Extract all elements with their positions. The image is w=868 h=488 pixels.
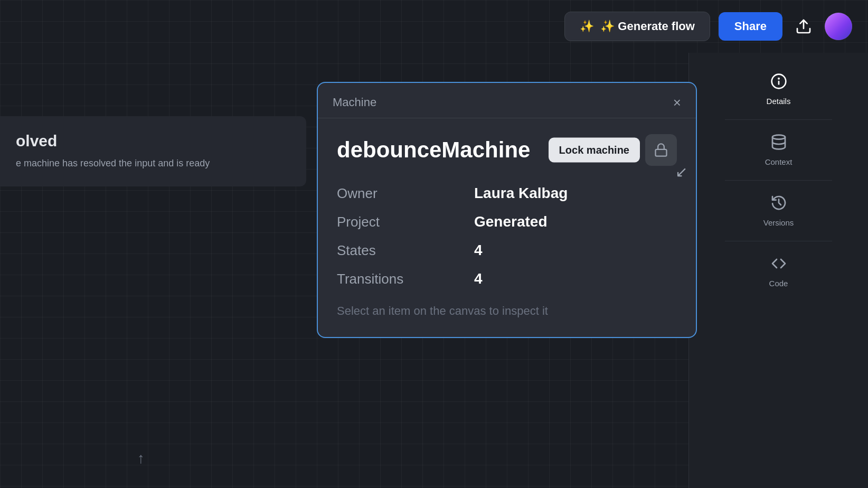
avatar-image — [825, 13, 852, 40]
lock-button[interactable] — [645, 134, 677, 166]
dialog-header: Machine × — [318, 83, 696, 118]
dialog-body: debounceMachine Lock machine ↙ Owner Lau… — [318, 118, 696, 337]
code-label: Code — [769, 279, 788, 288]
database-icon — [770, 134, 787, 153]
sparkle-icon: ✨ — [580, 20, 594, 33]
cursor-indicator: ↙ — [675, 163, 687, 181]
states-value: 4 — [474, 242, 483, 259]
info-row-states: States 4 — [337, 242, 677, 259]
info-rows: Owner Laura Kalbag Project Generated Sta… — [337, 185, 677, 287]
context-label: Context — [765, 157, 792, 166]
sidebar-divider-1 — [725, 119, 832, 120]
transitions-value: 4 — [474, 270, 483, 287]
sidebar-divider-2 — [725, 180, 832, 181]
avatar[interactable] — [825, 13, 852, 40]
machine-dialog: Machine × debounceMachine Lock machine ↙… — [317, 82, 697, 338]
owner-value: Laura Kalbag — [474, 185, 568, 202]
info-row-owner: Owner Laura Kalbag — [337, 185, 677, 202]
lock-tooltip: Lock machine — [549, 138, 640, 163]
owner-label: Owner — [337, 185, 453, 202]
machine-name-row: debounceMachine Lock machine ↙ — [337, 134, 677, 166]
right-sidebar: Details Context Versions — [688, 53, 868, 488]
generate-flow-label: ✨ Generate flow — [600, 20, 695, 33]
partial-state-description: e machine has resolved the input and is … — [16, 156, 290, 171]
dialog-title: Machine — [333, 96, 376, 109]
generate-flow-button[interactable]: ✨ ✨ Generate flow — [564, 12, 710, 41]
states-label: States — [337, 242, 453, 259]
lock-btn-container: Lock machine ↙ — [645, 134, 677, 166]
project-label: Project — [337, 214, 453, 230]
share-button[interactable]: Share — [719, 12, 782, 41]
export-button[interactable] — [791, 14, 816, 39]
sidebar-divider-3 — [725, 241, 832, 241]
code-icon — [770, 255, 787, 275]
dialog-close-button[interactable]: × — [673, 96, 681, 109]
sidebar-item-versions[interactable]: Versions — [689, 185, 868, 237]
project-value: Generated — [474, 213, 548, 230]
svg-point-4 — [772, 135, 785, 139]
details-label: Details — [767, 97, 791, 106]
export-icon — [795, 18, 812, 35]
lock-icon — [654, 143, 668, 157]
machine-name: debounceMachine — [337, 137, 530, 163]
info-row-project: Project Generated — [337, 213, 677, 230]
bottom-arrow: ↑ — [137, 450, 145, 467]
topbar: ✨ ✨ Generate flow Share — [0, 0, 868, 53]
partial-state-title: olved — [16, 132, 290, 150]
svg-rect-5 — [656, 149, 667, 156]
info-icon — [770, 73, 787, 92]
info-row-transitions: Transitions 4 — [337, 270, 677, 287]
versions-icon — [770, 194, 787, 214]
sidebar-item-context[interactable]: Context — [689, 124, 868, 176]
sidebar-item-code[interactable]: Code — [689, 246, 868, 297]
transitions-label: Transitions — [337, 271, 453, 287]
versions-label: Versions — [763, 218, 794, 227]
state-panel-partial: olved e machine has resolved the input a… — [0, 116, 306, 186]
inspect-hint: Select an item on the canvas to inspect … — [337, 304, 677, 318]
sidebar-item-details[interactable]: Details — [689, 63, 868, 115]
